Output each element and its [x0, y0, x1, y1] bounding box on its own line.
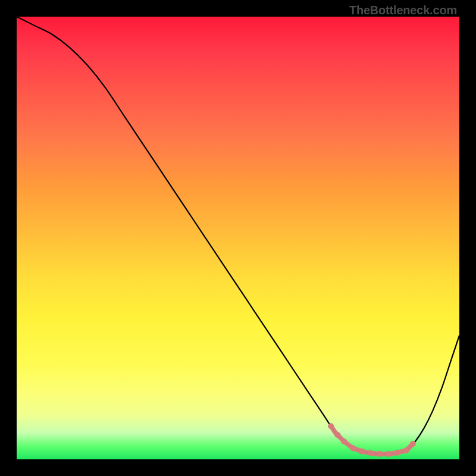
optimal-range-marker — [350, 445, 356, 451]
optimal-range-marker — [403, 447, 409, 453]
plot-area — [17, 17, 459, 459]
optimal-range-marker — [377, 451, 383, 457]
watermark-text: TheBottleneck.com — [349, 4, 457, 17]
optimal-range-marker — [342, 439, 347, 444]
optimal-range-marker — [394, 450, 400, 456]
optimal-range-marker — [386, 451, 392, 457]
optimal-range-marker — [368, 450, 374, 456]
curve-layer — [17, 17, 459, 459]
optimal-range-marker — [359, 449, 365, 455]
optimal-range-marker — [334, 432, 340, 438]
bottleneck-curve — [17, 17, 459, 454]
optimal-range-marker — [328, 423, 334, 429]
chart-canvas: TheBottleneck.com — [0, 0, 476, 476]
optimal-range-marker — [410, 441, 416, 447]
